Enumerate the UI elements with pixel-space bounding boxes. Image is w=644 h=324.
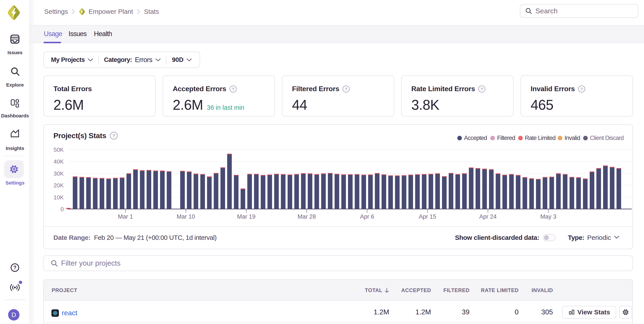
svg-text:Mar 28: Mar 28: [298, 213, 316, 220]
svg-text:10K: 10K: [54, 194, 64, 201]
svg-text:?: ?: [112, 133, 115, 138]
svg-text:Apr 15: Apr 15: [419, 213, 436, 220]
svg-text:Apr 24: Apr 24: [479, 213, 497, 220]
svg-text:Mar 10: Mar 10: [177, 213, 195, 220]
svg-text:?: ?: [580, 87, 583, 91]
svg-text:?: ?: [480, 87, 483, 91]
svg-text:40K: 40K: [54, 158, 64, 165]
svg-text:?: ?: [345, 87, 348, 91]
svg-text:0: 0: [61, 206, 64, 212]
svg-text:?: ?: [13, 265, 16, 270]
svg-text:?: ?: [232, 87, 234, 91]
svg-text:Apr 6: Apr 6: [360, 213, 374, 220]
svg-text:Mar 1: Mar 1: [118, 213, 133, 220]
svg-text:Mar 19: Mar 19: [237, 213, 256, 220]
svg-text:50K: 50K: [54, 147, 64, 153]
svg-text:May 3: May 3: [540, 213, 556, 220]
svg-text:20K: 20K: [54, 182, 64, 189]
svg-text:30K: 30K: [54, 170, 64, 177]
